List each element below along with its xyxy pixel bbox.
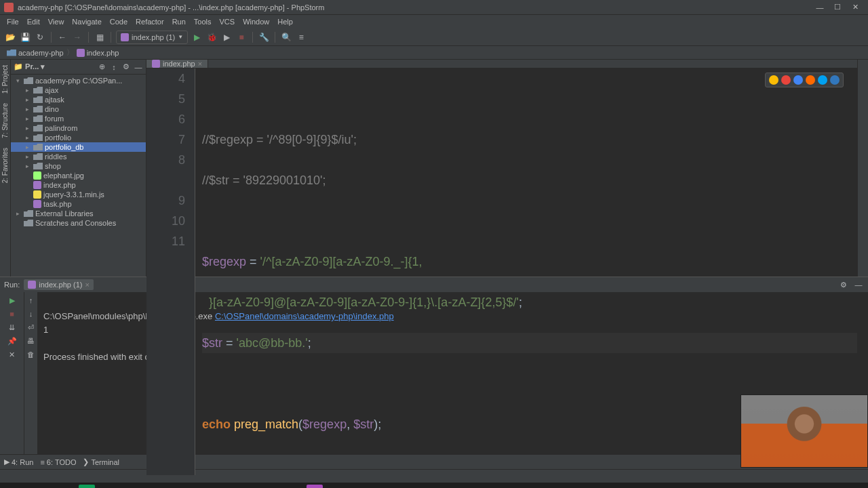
menu-tools[interactable]: Tools xyxy=(190,16,216,27)
tree-item-elephantjpg[interactable]: elephant.jpg xyxy=(11,171,146,180)
vscode-icon[interactable]: ⟦⟧ xyxy=(98,485,114,488)
collapse-icon[interactable]: ↕ xyxy=(109,62,119,72)
up-icon[interactable]: ↑ xyxy=(26,295,37,306)
tree-item-academyphp[interactable]: ▾academy-php C:\OSPan... xyxy=(11,76,146,85)
app-icon[interactable]: S xyxy=(79,485,95,488)
rerun-icon[interactable]: ▶ xyxy=(7,295,18,306)
tool-window-favorites[interactable]: 2: Favorites xyxy=(1,145,9,186)
save-icon[interactable]: 💾 xyxy=(19,31,31,43)
search-icon[interactable]: 🔍 xyxy=(22,485,38,488)
forward-icon[interactable]: → xyxy=(71,31,83,43)
debug-icon[interactable]: 🐞 xyxy=(205,31,218,43)
filezilla-icon[interactable]: Fz xyxy=(174,485,190,488)
more-icon[interactable]: ≡ xyxy=(295,31,307,43)
tree-item-dino[interactable]: ▸dino xyxy=(11,104,146,114)
pin-icon[interactable]: 📌 xyxy=(7,336,18,346)
menu-help[interactable]: Help xyxy=(273,16,297,27)
down-icon[interactable]: ↓ xyxy=(26,308,37,319)
menu-navigate[interactable]: Navigate xyxy=(68,16,105,27)
coverage-icon[interactable]: ▶ xyxy=(220,31,233,43)
obs-icon[interactable]: ⚙ xyxy=(344,485,361,488)
caret-icon[interactable]: ▸ xyxy=(23,106,31,113)
menu-edit[interactable]: Edit xyxy=(23,16,44,27)
settings-icon[interactable]: 🔧 xyxy=(258,31,270,43)
caret-icon[interactable]: ▸ xyxy=(23,96,31,103)
close-button[interactable]: ✕ xyxy=(846,2,864,13)
breadcrumb-item[interactable]: index.php xyxy=(74,48,122,58)
breadcrumb-item[interactable]: academy-php xyxy=(4,48,66,58)
whatsapp-icon[interactable]: ✆ xyxy=(193,485,209,488)
restore-icon[interactable]: ⇊ xyxy=(7,322,18,333)
run-config-selector[interactable]: index.php (1) ▼ xyxy=(116,30,188,44)
tree-item-portfoliodb[interactable]: ▸portfolio_db xyxy=(11,142,146,152)
firefox-icon[interactable]: 🦊 xyxy=(155,485,171,488)
tool-window-project[interactable]: 1: Project xyxy=(1,62,9,96)
browser-icon[interactable] xyxy=(830,75,840,85)
close-icon[interactable]: × xyxy=(85,281,89,289)
task-view-icon[interactable]: ▭ xyxy=(41,485,57,488)
caret-icon[interactable]: ▸ xyxy=(23,115,31,122)
caret-icon[interactable]: ▸ xyxy=(23,153,31,160)
notepad-icon[interactable]: 📝 xyxy=(212,485,228,488)
tree-item-shop[interactable]: ▸shop xyxy=(11,161,146,171)
caret-icon[interactable]: ▸ xyxy=(23,163,31,169)
browser-icon[interactable] xyxy=(769,75,778,85)
app-icon[interactable]: ◧ xyxy=(250,485,266,488)
stop-icon[interactable]: ■ xyxy=(7,308,18,319)
browser-icon[interactable] xyxy=(806,75,815,85)
chrome-icon[interactable]: 🌐 xyxy=(288,485,304,488)
tree-item-riddles[interactable]: ▸riddles xyxy=(11,152,146,161)
caret-icon[interactable]: ▸ xyxy=(23,125,31,131)
tree-item-jquery331minjs[interactable]: jquery-3.3.1.min.js xyxy=(11,190,146,199)
menu-code[interactable]: Code xyxy=(106,16,132,27)
app-icon[interactable]: ◆ xyxy=(269,485,285,488)
project-view-label[interactable]: 📁 Pr... ▾ xyxy=(14,62,45,71)
search-icon[interactable]: 🔍 xyxy=(280,31,292,43)
caret-icon[interactable]: ▸ xyxy=(23,134,31,141)
minimize-button[interactable]: — xyxy=(811,2,829,13)
build-icon[interactable]: ▦ xyxy=(94,31,106,43)
hide-icon[interactable]: — xyxy=(134,62,143,72)
clear-icon[interactable]: 🗑 xyxy=(26,349,37,360)
tree-item-externallibraries[interactable]: ▸External Libraries xyxy=(11,209,146,218)
close-icon[interactable]: × xyxy=(198,60,202,68)
run-tab[interactable]: index.php (1) × xyxy=(24,279,94,290)
tree-item-ajax[interactable]: ▸ajax xyxy=(11,85,146,95)
bottom-tool-terminal[interactable]: ❯Terminal xyxy=(83,458,119,466)
menu-vcs[interactable]: VCS xyxy=(216,16,239,27)
project-tree[interactable]: ▾academy-php C:\OSPan...▸ajax▸ajtask▸din… xyxy=(11,75,146,277)
tree-item-scratchesandconsoles[interactable]: Scratches and Consoles xyxy=(11,218,146,228)
sync-icon[interactable]: ↻ xyxy=(34,31,46,43)
tree-item-indexphp[interactable]: index.php xyxy=(11,180,146,190)
menu-refactor[interactable]: Refactor xyxy=(132,16,168,27)
stop-icon[interactable]: ■ xyxy=(235,31,248,43)
locate-icon[interactable]: ⊕ xyxy=(97,62,106,72)
menu-run[interactable]: Run xyxy=(168,16,190,27)
tree-item-taskphp[interactable]: task.php xyxy=(11,199,146,209)
start-button[interactable]: ⊞ xyxy=(3,485,19,488)
calc-icon[interactable]: 🖩 xyxy=(231,485,247,488)
bottom-tool-todo[interactable]: ≡6: TODO xyxy=(40,458,76,466)
bottom-tool-run[interactable]: ▶4: Run xyxy=(4,458,33,466)
tree-item-palindrom[interactable]: ▸palindrom xyxy=(11,123,146,133)
browser-icon[interactable] xyxy=(793,75,803,85)
menu-view[interactable]: View xyxy=(44,16,68,27)
caret-icon[interactable]: ▸ xyxy=(23,87,31,94)
ie-icon[interactable]: e xyxy=(136,485,152,488)
maximize-button[interactable]: ☐ xyxy=(829,2,846,13)
explorer-icon[interactable]: 📁 xyxy=(60,485,76,488)
tree-item-portfolio[interactable]: ▸portfolio xyxy=(11,133,146,142)
menu-file[interactable]: File xyxy=(3,16,23,27)
phpstorm-icon[interactable]: PS xyxy=(307,485,323,488)
wrap-icon[interactable]: ⏎ xyxy=(26,322,37,333)
run-icon[interactable]: ▶ xyxy=(191,31,203,43)
settings-icon[interactable]: ⚙ xyxy=(121,62,131,72)
discord-icon[interactable]: 🎮 xyxy=(326,485,342,488)
editor-tab-index-php[interactable]: index.php × xyxy=(146,60,208,68)
caret-icon[interactable]: ▾ xyxy=(14,77,22,84)
browser-icon[interactable] xyxy=(818,75,827,85)
close-icon[interactable]: ✕ xyxy=(7,349,18,360)
edge-icon[interactable]: e xyxy=(117,485,133,488)
caret-icon[interactable]: ▸ xyxy=(23,144,31,150)
tree-item-forum[interactable]: ▸forum xyxy=(11,114,146,123)
